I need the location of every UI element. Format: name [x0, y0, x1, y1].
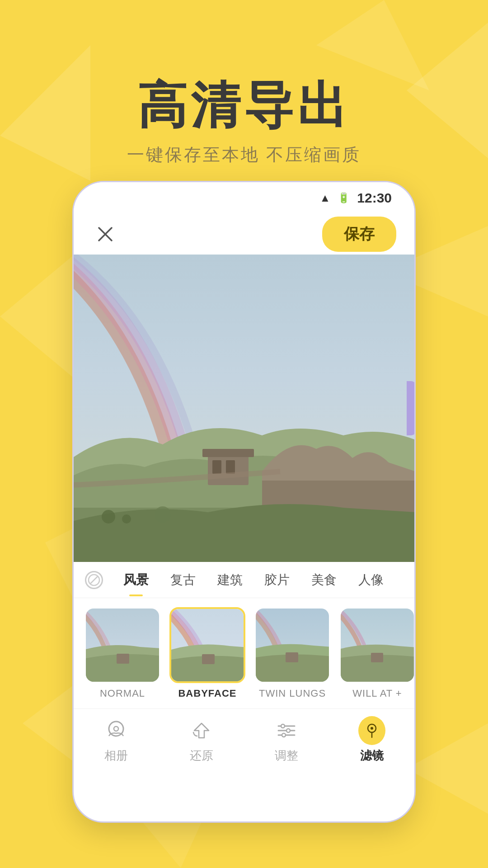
bottom-nav: 相册 还原 — [74, 708, 414, 781]
svg-rect-16 — [212, 460, 221, 474]
nav-item-filter[interactable]: 滤镜 — [340, 717, 404, 764]
svg-rect-28 — [286, 652, 298, 662]
svg-point-38 — [282, 733, 286, 737]
nav-item-restore[interactable]: 还原 — [170, 717, 233, 764]
svg-rect-24 — [117, 654, 129, 664]
main-title: 高清导出 — [137, 78, 351, 132]
filter-tab-landscape[interactable]: 风景 — [113, 562, 160, 598]
filter-item-babyface[interactable]: BABYFACE — [169, 607, 245, 699]
filter-item-will-at[interactable]: WILL AT + — [339, 607, 414, 699]
svg-marker-2 — [0, 249, 81, 384]
adjust-icon — [273, 717, 300, 744]
filter-tab-food[interactable]: 美食 — [300, 562, 347, 598]
nav-label-album: 相册 — [104, 748, 128, 764]
filter-tab-film[interactable]: 胶片 — [253, 562, 300, 598]
filter-tab-retro[interactable]: 复古 — [160, 562, 206, 598]
svg-line-22 — [90, 576, 98, 584]
filter-icon — [358, 717, 385, 744]
filter-item-normal[interactable]: NORMAL — [84, 607, 160, 699]
svg-point-37 — [286, 729, 290, 732]
filter-label-will-at: WILL AT + — [352, 688, 402, 699]
filter-section: 风景 复古 建筑 胶片 美食 人像 — [74, 562, 414, 708]
svg-point-19 — [122, 514, 131, 524]
filter-tab-architecture[interactable]: 建筑 — [206, 562, 253, 598]
svg-point-40 — [371, 727, 373, 730]
battery-icon: 🔋 — [338, 192, 350, 204]
album-icon — [103, 717, 130, 744]
nav-label-restore: 还原 — [190, 748, 213, 764]
nav-item-album[interactable]: 相册 — [84, 717, 148, 764]
filter-thumb-will-at-img — [339, 607, 414, 683]
subtitle: 一键保存至本地 不压缩画质 — [127, 143, 361, 166]
nav-label-adjust: 调整 — [275, 748, 298, 764]
close-button[interactable] — [92, 221, 119, 248]
filter-label-twin-lungs: TWIN LUNGS — [259, 688, 326, 699]
side-tab — [407, 381, 414, 435]
status-time: 12:30 — [357, 190, 392, 206]
status-bar: ▲ 🔋 12:30 — [74, 182, 414, 214]
restore-icon — [188, 717, 215, 744]
filter-tabs-bar: 风景 复古 建筑 胶片 美食 人像 — [74, 562, 414, 598]
signal-icon: ▲ — [320, 192, 331, 204]
svg-marker-5 — [407, 723, 488, 814]
svg-point-36 — [281, 724, 285, 728]
nav-label-filter: 滤镜 — [360, 748, 384, 764]
filter-thumb-babyface-img — [169, 607, 245, 683]
phone-frame: ▲ 🔋 12:30 保存 — [72, 181, 416, 823]
svg-point-18 — [102, 510, 115, 524]
svg-point-20 — [155, 506, 171, 523]
svg-rect-26 — [202, 654, 215, 664]
photo-area — [74, 255, 414, 562]
filter-label-babyface: BABYFACE — [178, 688, 236, 699]
nav-item-adjust[interactable]: 调整 — [255, 717, 318, 764]
filter-thumbnails: NORMAL — [74, 598, 414, 708]
filter-tab-portrait[interactable]: 人像 — [347, 562, 394, 598]
no-filter-icon[interactable] — [83, 569, 105, 591]
phone-mockup: ▲ 🔋 12:30 保存 — [72, 181, 416, 823]
app-topbar: 保存 — [74, 214, 414, 255]
filter-label-normal: NORMAL — [100, 688, 145, 699]
svg-point-32 — [114, 726, 118, 731]
svg-rect-17 — [226, 460, 235, 474]
svg-rect-15 — [202, 449, 254, 457]
filter-thumb-normal-img — [84, 607, 160, 683]
filter-thumb-twin-lungs-img — [254, 607, 330, 683]
svg-rect-30 — [371, 653, 383, 662]
save-button[interactable]: 保存 — [322, 217, 396, 252]
filter-item-twin-lungs[interactable]: TWIN LUNGS — [254, 607, 330, 699]
